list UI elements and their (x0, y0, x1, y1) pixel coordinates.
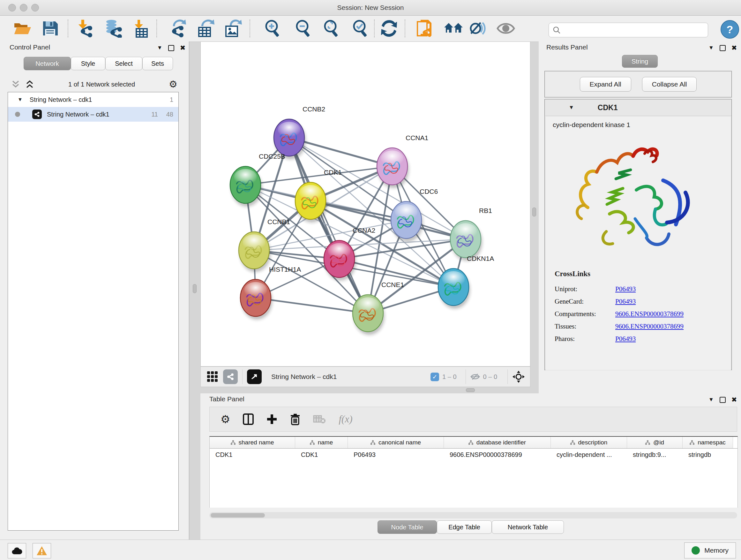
network-share-view-icon[interactable] (223, 369, 238, 384)
tab-network-table[interactable]: Network Table (492, 520, 564, 534)
network-collection-row[interactable]: ▼ String Network – cdk1 1 (8, 92, 179, 107)
uniprot-link[interactable]: P06493 (615, 285, 636, 293)
tab-select[interactable]: Select (105, 57, 142, 70)
panel-close-icon[interactable]: ✖ (731, 396, 737, 403)
column-network-icon (468, 440, 473, 445)
table-row[interactable]: CDK1CDK1P064939606.ENSP00000378699cyclin… (210, 449, 738, 461)
homology-icon[interactable] (443, 18, 464, 39)
table-cell[interactable]: P06493 (348, 451, 444, 458)
section-collapse-caret-icon[interactable]: ▼ (569, 105, 574, 111)
network-row[interactable]: String Network – cdk1 11 48 (8, 107, 179, 122)
table-cell[interactable]: cyclin-dependent ... (551, 451, 627, 458)
panel-menu-caret-icon[interactable]: ▼ (157, 45, 162, 51)
table-cell[interactable]: 9606.ENSP00000378699 (444, 451, 551, 458)
horizontal-scrollbar[interactable] (209, 512, 737, 518)
genecard-link[interactable]: P06493 (615, 298, 636, 305)
selected-checkbox[interactable]: ✓ (430, 373, 439, 381)
tab-string-results[interactable]: String (622, 55, 658, 68)
table-cell[interactable]: stringdb (683, 451, 733, 458)
table-cell[interactable]: stringdb:9... (627, 451, 683, 458)
zoom-out-icon[interactable] (293, 18, 314, 39)
expand-all-chevron-icon[interactable] (25, 79, 35, 89)
network-node-CDKN1A: CDKN1A (438, 255, 494, 309)
selected-counter: 1 – 0 (442, 373, 456, 381)
cloud-status-button[interactable] (8, 543, 26, 558)
cloud-icon (11, 547, 23, 555)
panel-menu-caret-icon[interactable]: ▼ (709, 396, 714, 403)
panel-close-icon[interactable]: ✖ (731, 44, 737, 52)
tissues-link[interactable]: 9606.ENSP00000378699 (615, 322, 684, 330)
tab-style[interactable]: Style (71, 57, 105, 70)
warning-status-button[interactable] (32, 543, 51, 558)
results-panel: Results Panel ▼ ✖ String Expand All Coll… (539, 42, 741, 393)
control-panel-title: Control Panel (10, 44, 50, 51)
detach-view-icon[interactable] (247, 369, 262, 384)
column-header[interactable]: canonical name (348, 437, 444, 448)
column-header[interactable]: shared name (210, 437, 295, 448)
column-label: database identifier (476, 439, 526, 446)
table-cell[interactable]: CDK1 (210, 451, 295, 458)
memory-button[interactable]: Memory (684, 543, 736, 558)
network-canvas[interactable]: CCNB2CCNA1CDC25BCDK1CDC6RB1CCNB1CCNA2CDK… (200, 42, 530, 367)
search-input-field[interactable] (560, 26, 704, 34)
network-node-CDC6: CDC6 (391, 188, 438, 242)
panel-float-icon[interactable] (168, 45, 174, 51)
add-column-icon[interactable] (266, 414, 277, 425)
table-cell[interactable]: CDK1 (295, 451, 348, 458)
tab-edge-table[interactable]: Edge Table (437, 520, 492, 534)
import-table-icon[interactable] (131, 18, 152, 39)
string-import-icon[interactable] (414, 18, 435, 39)
delete-column-icon[interactable] (290, 413, 300, 425)
tab-network[interactable]: Network (23, 57, 71, 70)
window-title: Session: New Session (0, 4, 741, 11)
table-options-gear-icon[interactable]: ⚙ (220, 414, 230, 425)
zoom-fit-icon[interactable] (321, 18, 342, 39)
show-eye-icon[interactable] (495, 18, 516, 39)
grid-view-icon[interactable] (206, 371, 219, 383)
tree-expand-icon[interactable]: ▼ (17, 97, 23, 103)
column-header[interactable]: name (295, 437, 348, 448)
bottom-splitter-handle[interactable] (466, 388, 475, 392)
zoom-selected-icon[interactable] (350, 18, 371, 39)
refresh-icon[interactable] (379, 18, 400, 39)
panel-float-icon[interactable] (720, 397, 726, 403)
birdseye-navigator-icon[interactable] (512, 370, 525, 383)
show-columns-icon[interactable] (243, 414, 254, 425)
tab-node-table[interactable]: Node Table (378, 520, 437, 534)
zoom-in-icon[interactable] (262, 18, 283, 39)
control-panel: Control Panel ▼ ✖ Network Style Select S… (0, 42, 189, 540)
import-network-database-icon[interactable] (103, 18, 124, 39)
tab-sets[interactable]: Sets (142, 57, 173, 70)
import-network-file-icon[interactable] (75, 18, 96, 39)
column-header[interactable]: @id (627, 437, 683, 448)
export-network-icon[interactable] (168, 18, 189, 39)
collapse-all-chevron-icon[interactable] (11, 79, 20, 89)
column-header[interactable]: description (551, 437, 627, 448)
hide-glasses-icon[interactable] (467, 18, 488, 39)
scrollbar-thumb[interactable] (211, 513, 265, 517)
collapse-all-button[interactable]: Collapse All (642, 77, 697, 91)
search-icon (553, 26, 560, 34)
crosslink-label: Uniprot: (555, 285, 615, 293)
expand-all-button[interactable]: Expand All (580, 77, 631, 91)
panel-close-icon[interactable]: ✖ (180, 44, 186, 52)
save-session-icon[interactable] (40, 18, 61, 39)
string-network-graph[interactable]: CCNB2CCNA1CDC25BCDK1CDC6RB1CCNB1CCNA2CDK… (201, 42, 530, 366)
help-button[interactable]: ? (721, 20, 739, 39)
open-session-icon[interactable] (12, 18, 33, 39)
export-image-icon[interactable] (222, 18, 243, 39)
compartments-link[interactable]: 9606.ENSP00000378699 (615, 310, 684, 318)
left-splitter-handle[interactable] (193, 284, 197, 293)
network-options-gear-icon[interactable]: ⚙ (169, 79, 178, 89)
right-splitter-handle[interactable] (532, 207, 536, 216)
search-input[interactable] (549, 23, 708, 37)
panel-menu-caret-icon[interactable]: ▼ (709, 45, 714, 51)
protein-section-header[interactable]: ▼ CDK1 (545, 100, 731, 116)
column-header[interactable]: namespac (683, 437, 733, 448)
status-bar: Memory (0, 540, 741, 560)
column-header[interactable]: database identifier (444, 437, 551, 448)
export-table-icon[interactable] (195, 18, 216, 39)
pharos-link[interactable]: P06493 (615, 335, 636, 343)
crosslink-label: Pharos: (555, 335, 615, 343)
panel-float-icon[interactable] (720, 45, 726, 51)
